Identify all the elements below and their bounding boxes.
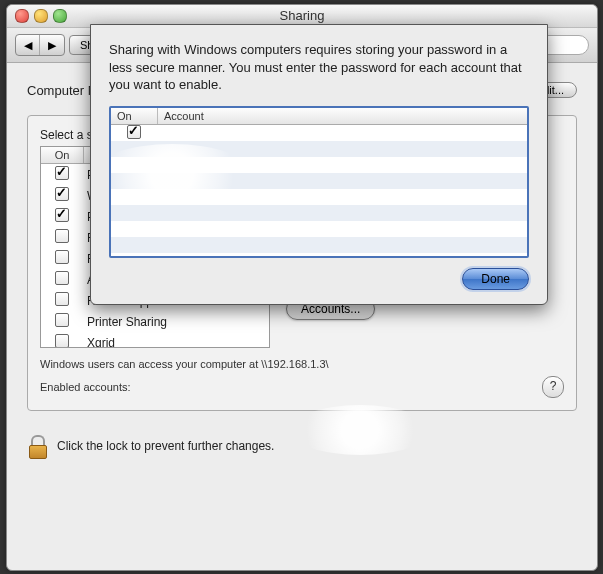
service-name: Printer Sharing: [83, 315, 167, 329]
service-checkbox[interactable]: [55, 166, 69, 180]
window-title: Sharing: [280, 8, 325, 23]
zoom-icon[interactable]: [53, 9, 67, 23]
lock-text: Click the lock to prevent further change…: [57, 439, 274, 453]
account-row[interactable]: [111, 141, 527, 157]
accounts-sheet: Sharing with Windows computers requires …: [90, 24, 548, 305]
sheet-col-on: On: [111, 108, 158, 124]
sheet-col-account: Account: [158, 108, 210, 124]
account-row[interactable]: [111, 189, 527, 205]
service-checkbox[interactable]: [55, 334, 69, 348]
account-row[interactable]: [111, 125, 527, 141]
enabled-accounts-label: Enabled accounts:: [40, 381, 131, 393]
close-icon[interactable]: [15, 9, 29, 23]
access-info: Windows users can access your computer a…: [40, 358, 564, 370]
service-checkbox[interactable]: [55, 292, 69, 306]
account-row[interactable]: [111, 221, 527, 237]
sheet-message: Sharing with Windows computers requires …: [109, 41, 529, 94]
minimize-icon[interactable]: [34, 9, 48, 23]
service-checkbox[interactable]: [55, 208, 69, 222]
back-button[interactable]: ◀: [16, 35, 40, 55]
nav-back-forward: ◀ ▶: [15, 34, 65, 56]
service-checkbox[interactable]: [55, 187, 69, 201]
accounts-table: On Account: [109, 106, 529, 258]
forward-button[interactable]: ▶: [40, 35, 64, 55]
account-row[interactable]: [111, 237, 527, 253]
service-checkbox[interactable]: [55, 271, 69, 285]
service-row[interactable]: Xgrid: [41, 332, 269, 348]
help-button[interactable]: ?: [542, 376, 564, 398]
account-row[interactable]: [111, 173, 527, 189]
col-on: On: [41, 147, 84, 163]
service-name: Xgrid: [83, 336, 115, 349]
account-row[interactable]: [111, 205, 527, 221]
service-checkbox[interactable]: [55, 229, 69, 243]
account-row[interactable]: [111, 157, 527, 173]
service-row[interactable]: Printer Sharing: [41, 311, 269, 332]
done-button[interactable]: Done: [462, 268, 529, 290]
account-checkbox[interactable]: [127, 125, 141, 139]
lock-icon[interactable]: [27, 433, 49, 459]
service-checkbox[interactable]: [55, 250, 69, 264]
service-checkbox[interactable]: [55, 313, 69, 327]
